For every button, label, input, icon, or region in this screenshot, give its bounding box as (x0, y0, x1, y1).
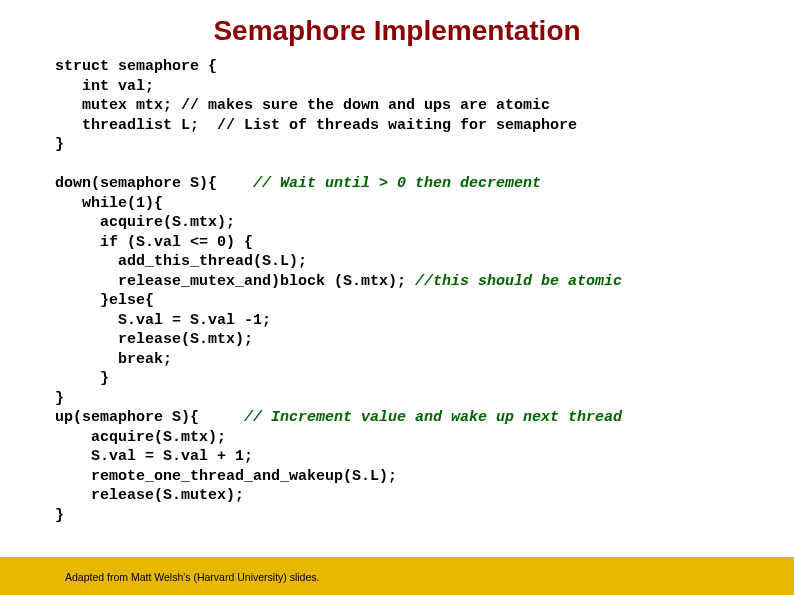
code-line: while(1){ (55, 195, 163, 212)
code-line: } (55, 370, 109, 387)
code-line: struct semaphore { (55, 58, 217, 75)
code-line: release(S.mtx); (55, 331, 253, 348)
code-line: }else{ (55, 292, 154, 309)
code-line: add_this_thread(S.L); (55, 253, 307, 270)
code-line: acquire(S.mtx); (55, 429, 226, 446)
code-line: break; (55, 351, 172, 368)
code-line: threadlist L; // List of threads waiting… (55, 117, 577, 134)
code-comment: // Wait until > 0 then decrement (253, 175, 541, 192)
code-struct: struct semaphore { int val; mutex mtx; /… (0, 57, 794, 525)
code-line: if (S.val <= 0) { (55, 234, 253, 251)
code-line: acquire(S.mtx); (55, 214, 235, 231)
code-line: mutex mtx; // makes sure the down and up… (55, 97, 550, 114)
footer-attribution: Adapted from Matt Welsh's (Harvard Unive… (65, 571, 319, 583)
code-line: release(S.mutex); (55, 487, 244, 504)
code-line: } (55, 390, 64, 407)
slide-container: Semaphore Implementation struct semaphor… (0, 0, 794, 595)
code-line: int val; (55, 78, 154, 95)
slide-title: Semaphore Implementation (0, 0, 794, 57)
code-line: down(semaphore S){ (55, 175, 253, 192)
code-line: S.val = S.val + 1; (55, 448, 253, 465)
code-line: up(semaphore S){ (55, 409, 244, 426)
code-line: remote_one_thread_and_wakeup(S.L); (55, 468, 397, 485)
code-comment: // Increment value and wake up next thre… (244, 409, 622, 426)
code-line: } (55, 136, 64, 153)
code-comment: //this should be atomic (415, 273, 622, 290)
code-line: release_mutex_and)block (S.mtx); (55, 273, 415, 290)
code-line: } (55, 507, 64, 524)
code-line: S.val = S.val -1; (55, 312, 271, 329)
